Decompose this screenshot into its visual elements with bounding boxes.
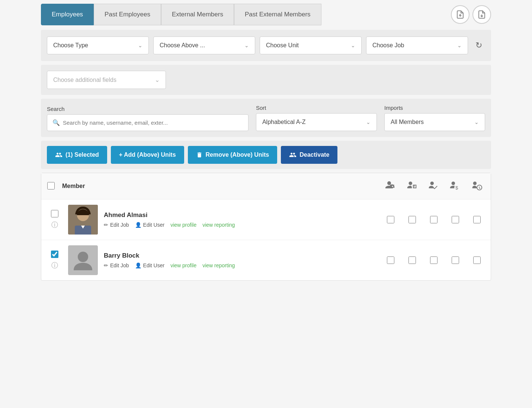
choose-job-select[interactable]: Choose Job ⌄: [366, 36, 468, 54]
info-icon[interactable]: ⓘ: [51, 261, 58, 270]
additional-fields-select[interactable]: Choose additional fields ⌄: [47, 71, 166, 89]
edit-user-link-barry[interactable]: 👤 Edit User: [135, 262, 165, 268]
deactivate-button[interactable]: Deactivate: [281, 146, 337, 164]
select-all-checkbox[interactable]: [47, 182, 55, 189]
chevron-down-icon: ⌄: [474, 119, 479, 125]
member-name: Barry Block: [104, 252, 383, 259]
member-col-check-5[interactable]: [473, 256, 481, 264]
member-col-check-3[interactable]: [430, 256, 438, 264]
svg-text:$: $: [455, 185, 458, 191]
member-column-header: Member: [62, 183, 383, 189]
member-col-check-5[interactable]: [473, 216, 481, 223]
chevron-down-icon: ⌄: [366, 119, 371, 125]
member-checkbox-barry[interactable]: [51, 251, 58, 258]
imports-select[interactable]: All Members ⌄: [384, 113, 485, 131]
choose-type-select[interactable]: Choose Type ⌄: [47, 36, 149, 54]
assign-icon[interactable]: [426, 178, 442, 194]
member-col-check-1[interactable]: [387, 256, 394, 264]
table-row: ⓘ: [41, 200, 491, 240]
choose-job-label: Choose Job: [372, 42, 404, 49]
additional-fields-placeholder: Choose additional fields: [53, 77, 116, 83]
edit-job-link-barry[interactable]: ✏ Edit Job: [104, 262, 129, 268]
chevron-down-icon: ⌄: [155, 76, 160, 83]
chevron-down-icon: ⌄: [244, 42, 249, 48]
svg-point-2: [387, 181, 391, 185]
member-avatar: [68, 245, 98, 275]
upload-button[interactable]: [451, 5, 469, 24]
member-col-check-3[interactable]: [430, 216, 438, 223]
reset-filters-button[interactable]: ↻: [472, 39, 485, 52]
deactivate-label: Deactivate: [299, 152, 329, 158]
chevron-down-icon: ⌄: [351, 42, 355, 48]
edit-user-link-ahmed[interactable]: 👤 Edit User: [135, 222, 165, 228]
member-col-check-4[interactable]: [452, 216, 459, 223]
svg-point-7: [473, 182, 477, 185]
member-col-check-2[interactable]: [408, 216, 416, 223]
imports-value: All Members: [391, 119, 424, 125]
group-icon: [55, 151, 63, 159]
sort-select[interactable]: Alphabetical A-Z ⌄: [256, 113, 377, 131]
search-label: Search: [47, 106, 249, 112]
deactivate-icon: [289, 151, 297, 159]
table-header: Member: [41, 173, 491, 200]
choose-unit-select[interactable]: Choose Unit ⌄: [260, 36, 362, 54]
imports-label: Imports: [384, 105, 485, 111]
member-col-check-2[interactable]: [408, 256, 416, 264]
dollar-user-icon[interactable]: $: [448, 178, 463, 194]
settings-user-icon[interactable]: [383, 178, 398, 194]
member-photo-ahmed: [68, 205, 98, 235]
member-col-check-1[interactable]: [387, 216, 394, 223]
download-button[interactable]: [472, 5, 491, 24]
edit-job-link-ahmed[interactable]: ✏ Edit Job: [104, 222, 129, 228]
remove-units-button[interactable]: Remove (Above) Units: [188, 146, 278, 164]
sort-label: Sort: [256, 105, 377, 111]
download-icon: [477, 10, 486, 19]
choose-unit-label: Choose Unit: [266, 42, 299, 49]
member-name: Ahmed Almasi: [104, 211, 383, 219]
table-row: ⓘ Barry Block ✏ Edit Job: [41, 240, 491, 280]
trash-icon: [196, 152, 203, 158]
selected-button[interactable]: (1) Selected: [47, 146, 107, 164]
view-reporting-link-barry[interactable]: view reporting: [202, 262, 235, 268]
choose-above-select[interactable]: Choose Above ... ⌄: [153, 36, 255, 54]
remove-units-label: Remove (Above) Units: [206, 152, 269, 158]
search-input[interactable]: [63, 119, 243, 126]
svg-point-4: [430, 182, 434, 185]
chevron-down-icon: ⌄: [457, 42, 462, 48]
svg-point-3: [409, 182, 412, 185]
view-profile-link-ahmed[interactable]: view profile: [170, 222, 196, 228]
tab-employees[interactable]: Employees: [41, 4, 94, 25]
member-checkbox-ahmed[interactable]: [51, 210, 58, 217]
tab-external-members[interactable]: External Members: [161, 4, 234, 25]
book-user-icon[interactable]: [404, 178, 420, 194]
tab-past-external-members[interactable]: Past External Members: [234, 4, 321, 25]
svg-point-13: [78, 252, 88, 262]
view-profile-link-barry[interactable]: view profile: [170, 262, 196, 268]
upload-icon: [456, 10, 465, 19]
user-icon: 👤: [135, 262, 141, 268]
clock-user-icon[interactable]: [469, 178, 485, 194]
add-units-label: + Add (Above) Units: [119, 152, 176, 158]
svg-point-5: [452, 182, 455, 185]
choose-above-label: Choose Above ...: [160, 42, 205, 49]
view-reporting-link-ahmed[interactable]: view reporting: [202, 222, 235, 228]
edit-icon: ✏: [104, 222, 108, 228]
avatar-placeholder-icon: [70, 247, 96, 273]
member-col-check-4[interactable]: [452, 256, 459, 264]
selected-label: (1) Selected: [65, 152, 99, 158]
chevron-down-icon: ⌄: [138, 42, 142, 48]
user-icon: 👤: [135, 222, 141, 228]
member-avatar: [68, 205, 98, 235]
search-icon: 🔍: [52, 119, 60, 126]
tab-past-employees[interactable]: Past Employees: [94, 4, 161, 25]
info-icon[interactable]: ⓘ: [51, 220, 58, 229]
choose-type-label: Choose Type: [53, 42, 88, 49]
add-units-button[interactable]: + Add (Above) Units: [111, 146, 184, 164]
sort-value: Alphabetical A-Z: [262, 119, 306, 125]
edit-icon: ✏: [104, 262, 108, 268]
